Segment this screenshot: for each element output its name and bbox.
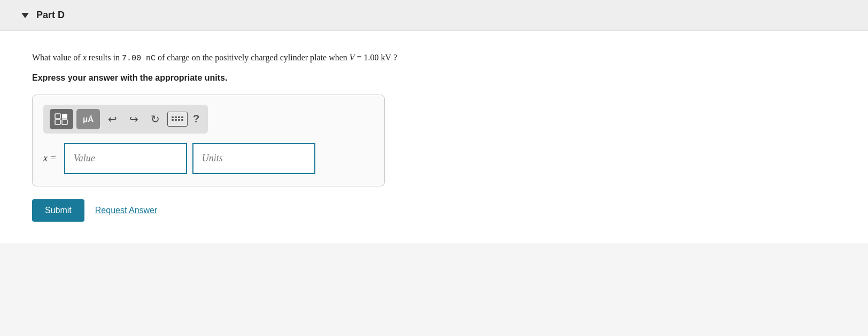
x-equals-label: x = — [43, 153, 57, 164]
variable-v: V — [350, 53, 355, 62]
part-title: Part D — [36, 10, 65, 21]
undo-button[interactable]: ↩ — [103, 110, 121, 128]
request-answer-button[interactable]: Request Answer — [95, 206, 158, 215]
svg-rect-1 — [62, 114, 67, 119]
units-input[interactable] — [192, 143, 315, 174]
math-toolbar: μÅ ↩ ↪ ↻ — [43, 105, 208, 134]
value-input[interactable] — [64, 143, 187, 174]
keyboard-icon — [172, 116, 184, 121]
input-row: x = — [43, 143, 374, 174]
collapse-icon[interactable] — [21, 13, 29, 18]
variable-x: x — [83, 53, 87, 62]
template-button[interactable] — [50, 109, 73, 129]
question-text: What value of x results in 7.00 nC of ch… — [32, 50, 836, 66]
reset-button[interactable]: ↻ — [146, 110, 164, 128]
help-button[interactable]: ? — [191, 113, 201, 125]
content-area: What value of x results in 7.00 nC of ch… — [0, 31, 868, 243]
redo-button[interactable]: ↪ — [125, 110, 143, 128]
express-instructions: Express your answer with the appropriate… — [32, 73, 836, 83]
svg-rect-2 — [62, 120, 67, 124]
svg-rect-3 — [55, 120, 60, 124]
part-header: Part D — [0, 0, 868, 31]
buttons-row: Submit Request Answer — [32, 199, 836, 222]
charge-value: 7.00 nC — [122, 54, 156, 63]
answer-box: μÅ ↩ ↪ ↻ — [32, 95, 385, 186]
submit-button[interactable]: Submit — [32, 199, 84, 222]
units-button[interactable]: μÅ — [76, 109, 100, 129]
svg-rect-0 — [55, 114, 60, 119]
keyboard-button[interactable] — [167, 112, 188, 127]
